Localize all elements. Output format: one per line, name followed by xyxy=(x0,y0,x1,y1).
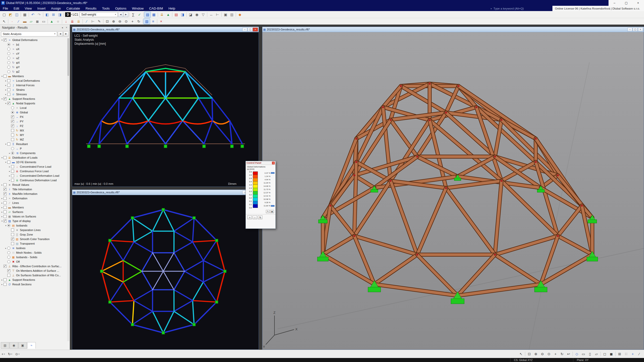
tree-checkbox[interactable] xyxy=(11,138,14,141)
menu-item-tools[interactable]: Tools xyxy=(99,6,112,11)
tree-checkbox[interactable] xyxy=(11,120,14,123)
tree-item[interactable]: ▧ Smooth Color Transition xyxy=(1,237,67,241)
tree-checkbox[interactable] xyxy=(7,79,10,82)
tree-item[interactable]: ∅ Result Sections xyxy=(1,282,67,287)
separator[interactable] xyxy=(62,19,62,24)
result-values-icon[interactable]: ≡ xyxy=(150,19,156,24)
tree-item[interactable]: σ Stresses xyxy=(1,92,67,97)
tree-checkbox[interactable] xyxy=(4,206,7,209)
window-close-button[interactable]: × xyxy=(638,28,643,31)
tree-checkbox[interactable] xyxy=(7,93,10,96)
control-panel-close-button[interactable]: × xyxy=(272,162,275,164)
color-scale-icon[interactable]: ▤ xyxy=(173,12,179,17)
dimension-tool-icon[interactable]: ⊢ xyxy=(90,19,96,24)
tree-item[interactable]: ⇊ Distribution of Loads xyxy=(1,155,67,160)
analysis-type-selector[interactable]: Static Analysis ▾ xyxy=(1,31,57,36)
viewport-front-window[interactable]: ▦ 20230323-Geodesica_results.rf6* –▢× LC… xyxy=(72,27,259,187)
insert-opening-icon[interactable]: ▭ xyxy=(41,19,47,24)
expander-icon[interactable] xyxy=(8,166,11,168)
tree-item[interactable]: ✖ Off xyxy=(1,259,67,264)
tree-checkbox[interactable] xyxy=(7,66,10,69)
snapshot-icon[interactable]: ▣ xyxy=(222,12,229,17)
previous-view-icon[interactable]: ↩ xyxy=(565,351,572,357)
tree-item[interactable]: Σ Resultant xyxy=(1,142,67,146)
expander-icon[interactable] xyxy=(4,161,7,163)
work-plane-icon[interactable]: ⊞ xyxy=(616,351,623,357)
separator[interactable] xyxy=(43,12,43,17)
show-results-icon[interactable]: ▧ xyxy=(144,12,151,17)
tree-checkbox[interactable] xyxy=(7,247,10,250)
expander-icon[interactable] xyxy=(4,102,7,105)
color-settings-button[interactable]: ◑ xyxy=(247,215,252,219)
tree-checkbox[interactable] xyxy=(4,201,7,204)
tree-checkbox[interactable] xyxy=(7,88,10,91)
view-in-y-icon[interactable]: ▯ xyxy=(587,351,593,357)
tree-checkbox[interactable] xyxy=(4,192,7,195)
separator[interactable] xyxy=(103,19,103,24)
insert-solid-icon[interactable]: ◼ xyxy=(34,19,41,24)
viewport-titlebar[interactable]: ▦ 20230323-Geodesica_results.rf6* –▢× xyxy=(72,27,259,32)
tree-checkbox[interactable] xyxy=(4,278,7,281)
separator[interactable] xyxy=(615,352,616,356)
tree-item[interactable]: ↻ φZ xyxy=(1,69,67,74)
tree-item[interactable]: ▦ Isobands - Solids xyxy=(1,255,67,259)
zoom-out-icon[interactable]: ⊖ xyxy=(539,351,546,357)
tree-item[interactable]: ≡ Separation Lines xyxy=(1,228,67,232)
tree-checkbox[interactable] xyxy=(7,143,10,146)
tree-checkbox[interactable] xyxy=(4,219,7,222)
zoom-window-icon[interactable]: ⊡ xyxy=(526,351,533,357)
expander-icon[interactable] xyxy=(4,143,7,145)
tree-checkbox[interactable] xyxy=(11,111,14,114)
tree-item[interactable]: ≈ Deformation xyxy=(1,196,67,201)
separator[interactable] xyxy=(129,12,129,17)
scale-min-slider[interactable] xyxy=(271,205,274,207)
tree-item[interactable]: ▬ Members xyxy=(1,74,67,78)
viewport-top-window[interactable]: ▦ 20230323-Geodesica_results.rf6* –▢× xyxy=(72,190,259,350)
addon-modules-icon[interactable]: ◆ xyxy=(237,12,243,17)
select-objects-icon[interactable]: ↖ xyxy=(518,351,524,357)
isometric-view-icon[interactable]: ◇ xyxy=(574,351,580,357)
separator[interactable] xyxy=(221,12,222,17)
menu-item-cad-bim[interactable]: CAD-BIM xyxy=(146,6,166,11)
window-maximize-button[interactable]: ▢ xyxy=(633,28,638,31)
expander-icon[interactable] xyxy=(1,202,4,204)
calculation-check-icon[interactable]: ✓ xyxy=(136,12,143,17)
menu-item-insert[interactable]: Insert xyxy=(34,6,48,11)
viewport-3d-window[interactable]: ▦ 20230323-Geodesica_results.rf6* –▢× XZ… xyxy=(262,27,644,350)
tree-checkbox[interactable] xyxy=(7,269,10,272)
tree-checkbox[interactable] xyxy=(7,260,10,263)
keyword-search[interactable]: ▸ Type a keyword (Alt+Q) xyxy=(489,6,552,11)
tree-item[interactable]: ⊕ Global xyxy=(1,110,67,115)
separator[interactable] xyxy=(158,12,158,17)
tree-checkbox[interactable] xyxy=(7,52,10,55)
expander-icon[interactable] xyxy=(1,75,4,77)
previous-result-button[interactable]: ◀ xyxy=(58,31,63,36)
tree-checkbox[interactable] xyxy=(11,179,14,182)
expander-icon[interactable] xyxy=(8,170,11,172)
viewport-canvas-top[interactable] xyxy=(72,195,259,349)
new-model-icon[interactable]: ▢ xyxy=(1,12,7,17)
scrollbar-thumb[interactable] xyxy=(67,38,69,76)
view-in-z-icon[interactable]: ▱ xyxy=(593,351,600,357)
guideline-icon[interactable]: ∕ xyxy=(84,19,90,24)
tree-item[interactable]: ↻ MZ xyxy=(1,137,67,142)
control-panel-toggle-icon[interactable]: ◨ xyxy=(179,12,186,17)
window-maximize-button[interactable]: ▢ xyxy=(248,28,253,31)
tree-item[interactable]: ≈ Local Deformations xyxy=(1,78,67,83)
tree-item[interactable]: ≈ |u| xyxy=(1,42,67,47)
menu-item-window[interactable]: Window xyxy=(129,6,146,11)
tree-item[interactable]: ⊥ On Surfaces Subtraction of Rib Co... xyxy=(1,273,67,278)
tree-checkbox[interactable] xyxy=(4,38,7,41)
visibility-icon[interactable]: ◉ xyxy=(194,12,200,17)
navigator-toggle-icon[interactable]: ◧ xyxy=(44,12,50,17)
expander-icon[interactable] xyxy=(1,206,4,209)
coordinate-system-selector[interactable]: + ▾ xyxy=(2,352,5,356)
tree-item[interactable]: ▨ Transparent xyxy=(1,241,67,246)
control-panel-titlebar[interactable]: Control Panel × xyxy=(246,161,275,165)
tree-item[interactable]: ▨ Type of display xyxy=(1,219,67,223)
tree-checkbox[interactable] xyxy=(7,48,10,51)
tree-checkbox[interactable] xyxy=(7,251,10,254)
tree-checkbox[interactable] xyxy=(7,70,10,73)
tree-item[interactable]: ↻ φX xyxy=(1,60,67,65)
pan-icon[interactable]: + xyxy=(129,19,136,24)
